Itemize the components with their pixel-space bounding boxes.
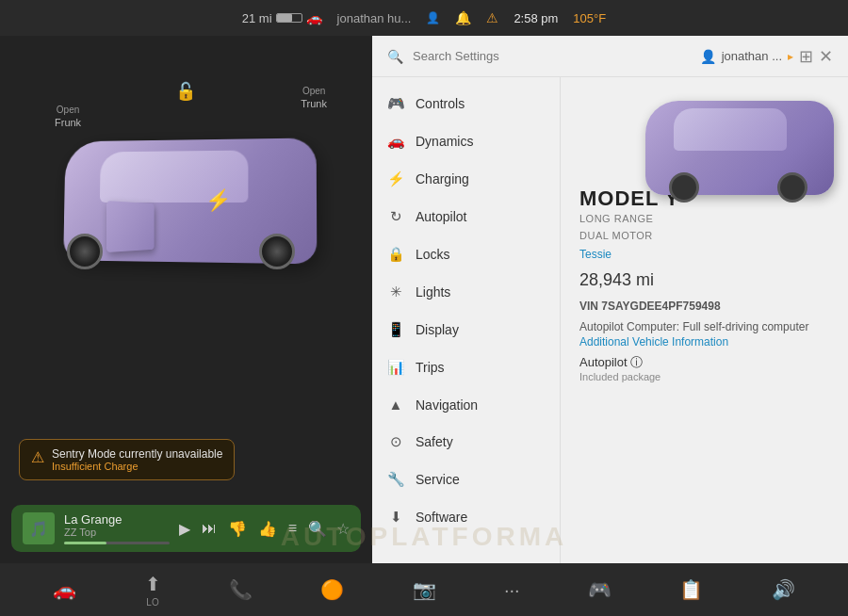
car-status-icon: 🚗 (306, 10, 322, 25)
range-display: 21 mi 🚗 (242, 10, 322, 25)
music-like-button[interactable]: 👍 (258, 520, 277, 538)
controls-icon: 🎮 (387, 95, 404, 112)
status-bar: 21 mi 🚗 jonathan hu... 👤 🔔 ⚠ 2:58 pm 105… (0, 0, 848, 36)
taskbar: 🚗 ⬆ LO 📞 🟠 📷 ··· 🎮 📋 🔊 (0, 563, 848, 616)
autopilot-computer-info: Autopilot Computer: Full self-driving co… (579, 320, 829, 333)
autopilot-icon: ↻ (387, 208, 404, 225)
taskbar-car[interactable]: 🚗 (53, 578, 76, 601)
menu-item-locks[interactable]: 🔒 Locks (372, 235, 560, 273)
warning-icon: ⚠ (486, 10, 498, 25)
taskbar-apps-icon: 🎮 (588, 578, 612, 601)
vehicle-mileage: 28,943 mi (579, 270, 829, 290)
charging-label: Charging (416, 171, 469, 186)
menu-item-display[interactable]: 📱 Display (372, 311, 560, 349)
software-icon: ⬇ (387, 509, 404, 526)
taskbar-more[interactable]: ··· (504, 579, 520, 601)
search-bar: 🔍 👤 jonathan ... ▸ ⊞ ✕ (372, 36, 848, 77)
lock-icon[interactable]: 🔓 (175, 81, 196, 102)
music-play-button[interactable]: ▶ (179, 520, 190, 538)
vehicle-info: MODEL Y LONG RANGE DUAL MOTOR Tessie 28,… (561, 77, 848, 563)
music-progress-fill (64, 542, 106, 544)
search-input[interactable] (413, 49, 691, 63)
music-title: La Grange (64, 512, 170, 527)
charging-icon: ⚡ (387, 170, 404, 187)
trips-label: Trips (416, 360, 445, 375)
car-wheel-front (259, 234, 295, 269)
menu-item-service[interactable]: 🔧 Service (372, 461, 560, 498)
music-dislike-button[interactable]: 👎 (228, 520, 247, 538)
car-door-open (106, 201, 155, 252)
locks-icon: 🔒 (387, 246, 404, 263)
software-label: Software (416, 510, 467, 525)
battery-indicator (276, 13, 302, 23)
menu-item-software[interactable]: ⬇ Software (372, 498, 560, 536)
frunk-open-text: Open (55, 104, 81, 116)
dynamics-label: Dynamics (416, 134, 473, 149)
vehicle-vin: VIN 7SAYGDEE4PF759498 (579, 300, 829, 313)
music-player[interactable]: 🎵 La Grange ZZ Top ▶ ⏭ 👎 👍 ≡ 🔍 ☆ (11, 505, 361, 552)
additional-vehicle-info-link[interactable]: Additional Vehicle Information (579, 335, 829, 349)
tessie-link[interactable]: Tessie (579, 248, 829, 261)
alert-text-block: Sentry Mode currently unavailable Insuff… (52, 447, 222, 472)
display-label: Display (416, 322, 459, 337)
music-search-button[interactable]: 🔍 (308, 520, 327, 538)
menu-item-safety[interactable]: ⊙ Safety (372, 423, 560, 461)
frunk-label[interactable]: Open Frunk (55, 104, 81, 129)
music-info: La Grange ZZ Top (64, 512, 170, 544)
car-wheel-back (67, 234, 103, 269)
settings-grid-icon[interactable]: ⊞ (799, 46, 813, 67)
lights-label: Lights (416, 284, 450, 300)
menu-item-autopilot[interactable]: ↻ Autopilot (372, 198, 560, 235)
taskbar-climate[interactable]: ⬆ LO (145, 573, 161, 608)
model-variant1: LONG RANGE (579, 211, 829, 228)
time-display: 2:58 pm (514, 11, 558, 25)
navigation-label: Navigation (416, 397, 478, 413)
service-label: Service (416, 472, 460, 487)
music-next-button[interactable]: ⏭ (202, 520, 217, 537)
music-equalizer-button[interactable]: ≡ (288, 520, 297, 537)
user-info-bar: 👤 jonathan ... ▸ ⊞ ✕ (700, 46, 833, 67)
safety-label: Safety (416, 434, 453, 449)
menu-item-lights[interactable]: ✳ Lights (372, 273, 560, 311)
safety-icon: ⊙ (387, 433, 404, 450)
right-car-wheel-front (777, 172, 807, 203)
music-controls[interactable]: ▶ ⏭ 👎 👍 ≡ 🔍 (179, 520, 327, 538)
service-icon: 🔧 (387, 471, 404, 488)
user-name-display: jonathan ... (722, 49, 782, 63)
taskbar-phone[interactable]: 📞 (229, 578, 253, 601)
menu-item-dynamics[interactable]: 🚗 Dynamics (372, 122, 560, 160)
settings-menu: 🎮 Controls 🚗 Dynamics ⚡ Charging ↻ Autop… (372, 77, 561, 563)
frunk-text: Frunk (55, 116, 81, 129)
taskbar-volume[interactable]: 🔊 (772, 578, 795, 601)
taskbar-camera-icon: 📷 (413, 578, 436, 601)
taskbar-climate-icon: ⬆ (145, 573, 161, 595)
taskbar-camera[interactable]: 📷 (413, 578, 436, 601)
range-value: 21 mi (242, 11, 272, 25)
sentry-alert: ⚠ Sentry Mode currently unavailable Insu… (19, 439, 235, 480)
right-car-window (674, 108, 787, 151)
taskbar-nav[interactable]: 🟠 (320, 578, 344, 601)
navigation-icon: ▲ (387, 397, 404, 413)
menu-item-controls[interactable]: 🎮 Controls (372, 85, 560, 122)
vehicle-image-right (636, 82, 843, 195)
music-favorite-button[interactable]: ☆ (336, 520, 350, 538)
temp-display: 105°F (573, 11, 606, 25)
settings-panel: 🔍 👤 jonathan ... ▸ ⊞ ✕ 🎮 Controls 🚗 D (372, 36, 848, 563)
menu-item-navigation[interactable]: ▲ Navigation (372, 386, 560, 423)
main-content: Open Frunk Open Trunk 🔓 ⚡ ⚠ Sentry Mode … (0, 36, 848, 563)
taskbar-apps[interactable]: 🎮 (588, 578, 612, 601)
locks-label: Locks (416, 247, 450, 262)
search-icon: 🔍 (387, 49, 403, 64)
music-note-icon: 🎵 (29, 520, 48, 538)
charge-bolt-icon: ⚡ (205, 188, 231, 213)
taskbar-nav-icon: 🟠 (320, 578, 344, 601)
taskbar-recents[interactable]: 📋 (679, 578, 703, 601)
sentry-subtitle: Insufficient Charge (52, 461, 222, 472)
trunk-open-text: Open (301, 85, 327, 97)
menu-item-trips[interactable]: 📊 Trips (372, 349, 560, 386)
settings-close-icon[interactable]: ✕ (819, 46, 833, 67)
controls-label: Controls (416, 96, 465, 111)
menu-item-charging[interactable]: ⚡ Charging (372, 160, 560, 198)
lights-icon: ✳ (387, 284, 404, 300)
trunk-label[interactable]: Open Trunk (301, 85, 327, 110)
